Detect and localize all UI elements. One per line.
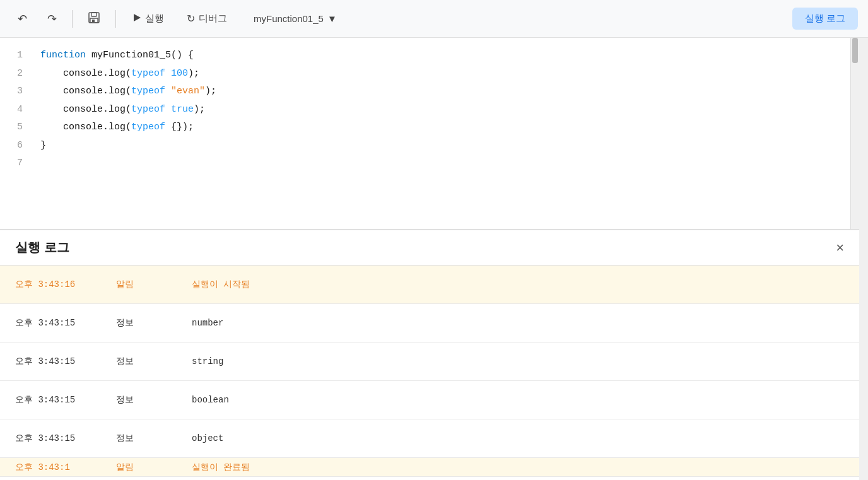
main-area: 1 2 3 4 5 6 7 function myFunction01_5() … — [0, 38, 859, 480]
redo-icon: ↷ — [47, 12, 57, 26]
line-num-3: 3 — [0, 83, 23, 101]
log-time-1: 오후 3:43:16 — [15, 279, 116, 290]
log-message-3: string — [192, 356, 844, 366]
log-area[interactable]: 오후 3:43:16 알림 실행이 시작됨 오후 3:43:15 정보 numb… — [0, 266, 859, 477]
log-row-1: 오후 3:43:16 알림 실행이 시작됨 — [0, 266, 859, 304]
log-scrollbar[interactable] — [859, 38, 868, 480]
log-header: 실행 로그 × — [0, 230, 859, 266]
svg-marker-4 — [134, 14, 141, 21]
divider-2 — [115, 10, 116, 28]
line-num-2: 2 — [0, 65, 23, 83]
editor-scrollbar-thumb — [852, 38, 858, 63]
log-message-6: 실행이 완료됨 — [192, 462, 844, 473]
log-message-2: number — [192, 318, 844, 328]
line-num-5: 5 — [0, 119, 23, 137]
log-time-5: 오후 3:43:15 — [15, 433, 116, 444]
debug-label: 디버그 — [199, 13, 227, 25]
debug-button[interactable]: ↻ 디버그 — [178, 9, 236, 28]
run-icon — [132, 13, 141, 24]
save-button[interactable] — [80, 8, 108, 30]
code-editor[interactable]: 1 2 3 4 5 6 7 function myFunction01_5() … — [0, 38, 859, 230]
log-row-6-partial: 오후 3:43:1 알림 실행이 완료됨 — [0, 458, 859, 477]
log-message-5: object — [192, 433, 844, 443]
code-line-4: console.log(typeof true); — [40, 101, 840, 119]
save-icon — [88, 11, 100, 26]
redo-button[interactable]: ↷ — [40, 8, 64, 30]
svg-rect-1 — [91, 13, 97, 16]
log-level-4: 정보 — [116, 394, 192, 406]
log-level-3: 정보 — [116, 356, 192, 367]
code-content[interactable]: function myFunction01_5() { console.log(… — [30, 38, 850, 229]
run-button[interactable]: 실행 — [124, 9, 173, 28]
log-row-3: 오후 3:43:15 정보 string — [0, 342, 859, 381]
run-label: 실행 — [145, 13, 164, 25]
log-row-4: 오후 3:43:15 정보 boolean — [0, 381, 859, 419]
log-time-4: 오후 3:43:15 — [15, 394, 116, 406]
code-line-1: function myFunction01_5() { — [40, 47, 840, 65]
log-row-5: 오후 3:43:15 정보 object — [0, 419, 859, 458]
log-level-5: 정보 — [116, 433, 192, 444]
code-line-3: console.log(typeof "evan"); — [40, 83, 840, 101]
editor-scrollbar[interactable] — [850, 38, 859, 229]
code-line-2: console.log(typeof 100); — [40, 65, 840, 83]
main-content: 1 2 3 4 5 6 7 function myFunction01_5() … — [0, 38, 868, 480]
log-row-2: 오후 3:43:15 정보 number — [0, 304, 859, 342]
log-time-3: 오후 3:43:15 — [15, 356, 116, 367]
divider-1 — [72, 10, 73, 28]
log-time-6: 오후 3:43:1 — [15, 462, 116, 473]
code-line-6: } — [40, 137, 840, 155]
line-num-7: 7 — [0, 155, 23, 173]
svg-rect-3 — [92, 20, 95, 22]
log-panel-title: 실행 로그 — [15, 239, 69, 256]
code-line-5: console.log(typeof {}); — [40, 119, 840, 137]
undo-icon: ↶ — [18, 12, 27, 26]
code-line-7 — [40, 155, 840, 173]
log-level-2: 정보 — [116, 317, 192, 329]
exec-log-button[interactable]: 실행 로그 — [792, 8, 858, 30]
function-name: myFunction01_5 — [254, 13, 324, 24]
toolbar: ↶ ↷ 실행 ↻ 디버그 myFunction01_5 ▼ 실행 로그 — [0, 0, 868, 38]
log-level-1: 알림 — [116, 279, 192, 290]
dropdown-icon: ▼ — [327, 13, 337, 24]
line-num-4: 4 — [0, 101, 23, 119]
log-message-1: 실행이 시작됨 — [192, 279, 844, 290]
log-panel: 실행 로그 × 오후 3:43:16 알림 실행이 시작됨 오후 3:43:15… — [0, 230, 859, 480]
undo-button[interactable]: ↶ — [10, 8, 35, 30]
line-numbers: 1 2 3 4 5 6 7 — [0, 38, 30, 229]
log-time-2: 오후 3:43:15 — [15, 317, 116, 329]
function-selector[interactable]: myFunction01_5 ▼ — [246, 9, 344, 28]
log-message-4: boolean — [192, 395, 844, 405]
exec-log-label: 실행 로그 — [805, 13, 845, 25]
log-close-button[interactable]: × — [836, 241, 844, 255]
log-level-6: 알림 — [116, 462, 192, 473]
debug-icon: ↻ — [187, 13, 195, 25]
line-num-6: 6 — [0, 137, 23, 155]
line-num-1: 1 — [0, 47, 23, 65]
close-icon: × — [836, 240, 844, 255]
